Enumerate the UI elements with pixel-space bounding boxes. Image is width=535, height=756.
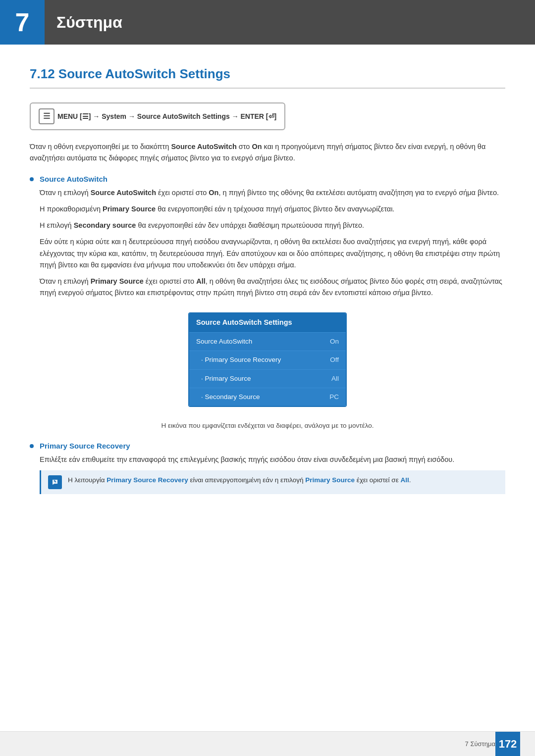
row-label-secondary-source: · Secondary Source: [201, 392, 260, 402]
row-value-primary-recovery: Off: [330, 355, 339, 365]
settings-row-primary-recovery: · Primary Source Recovery Off: [189, 351, 346, 369]
note-box: ✎ Η λειτουργία Primary Source Recovery ε…: [40, 470, 505, 494]
section-title: 7.12 Source AutoSwitch Settings: [30, 64, 505, 89]
row-label-primary-recovery: · Primary Source Recovery: [201, 355, 281, 365]
row-value-primary-source: All: [331, 374, 339, 384]
chapter-number: 7: [15, 3, 30, 42]
settings-panel-header: Source AutoSwitch Settings: [189, 313, 346, 332]
row-value-autoswitch: On: [330, 337, 339, 347]
chapter-box: 7: [0, 0, 45, 45]
bullet-item-1: Source AutoSwitch: [30, 174, 505, 185]
bullet-title-2: Primary Source Recovery: [40, 441, 130, 452]
bullet-item-2: Primary Source Recovery: [30, 441, 505, 452]
bullet-title-1: Source AutoSwitch: [40, 174, 107, 185]
panel-caption: Η εικόνα που εμφανίζεται ενδέχεται να δι…: [30, 421, 505, 431]
note-text: Η λειτουργία Primary Source Recovery είν…: [68, 475, 411, 486]
bullet-para-2: Επιλέξτε εάν επιθυμείτε την επαναφορά τη…: [40, 454, 505, 465]
svg-text:✎: ✎: [54, 480, 56, 483]
nav-text: MENU [☰] → System → Source AutoSwitch Se…: [57, 111, 276, 122]
menu-icon: ☰: [39, 108, 54, 124]
footer-chapter-label: 7 Σύστημα: [465, 739, 495, 749]
bullet-dot: [30, 177, 34, 181]
settings-row-primary-source: · Primary Source All: [189, 369, 346, 388]
intro-text: Όταν η οθόνη ενεργοποιηθεί με το διακόπτ…: [30, 141, 505, 164]
page-footer: 7 Σύστημα 172: [0, 731, 535, 756]
row-value-secondary-source: PC: [329, 392, 339, 402]
bullet-dot-2: [30, 444, 34, 448]
settings-row-secondary-source: · Secondary Source PC: [189, 388, 346, 406]
main-content: 7.12 Source AutoSwitch Settings ☰ MENU […: [0, 45, 535, 542]
row-label-primary-source: · Primary Source: [201, 374, 251, 384]
footer-page-number: 172: [495, 732, 520, 756]
chapter-title: Σύστημα: [56, 10, 122, 34]
bullet-para-1: Όταν η επιλογή Source AutoSwitch έχει ορ…: [40, 187, 505, 299]
settings-panel: Source AutoSwitch Settings Source AutoSw…: [188, 312, 347, 407]
note-icon: ✎: [48, 475, 62, 489]
row-label-autoswitch: Source AutoSwitch: [196, 337, 252, 347]
settings-row-autoswitch: Source AutoSwitch On: [189, 332, 346, 351]
bullet-primary-recovery: Primary Source Recovery Επιλέξτε εάν επι…: [30, 441, 505, 494]
bullet-source-autoswitch: Source AutoSwitch Όταν η επιλογή Source …: [30, 174, 505, 299]
nav-breadcrumb: ☰ MENU [☰] → System → Source AutoSwitch …: [30, 102, 285, 130]
page-header: 7 Σύστημα: [0, 0, 535, 45]
settings-panel-wrapper: Source AutoSwitch Settings Source AutoSw…: [30, 312, 505, 407]
